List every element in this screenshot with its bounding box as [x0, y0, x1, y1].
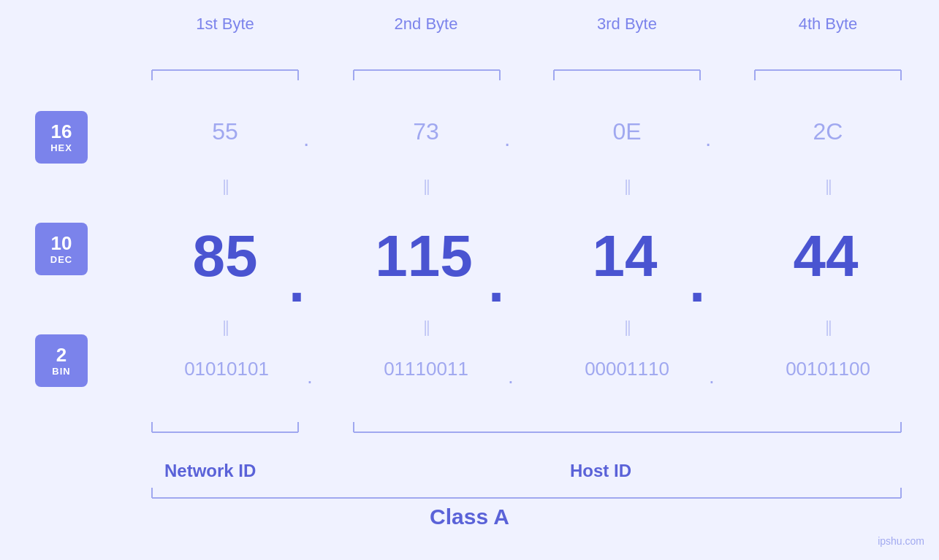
dot3-bin: .	[709, 365, 715, 388]
byte4-bin: 00101100	[715, 358, 939, 380]
byte3-bin: 00001110	[514, 358, 740, 380]
byte4-dec: 44	[716, 223, 935, 290]
hex-badge-number: 16	[51, 121, 72, 142]
col1-header: 1st Byte	[152, 15, 298, 34]
dot2-bin: .	[508, 365, 514, 388]
col4-header: 4th Byte	[755, 15, 901, 34]
byte2-hex: 73	[353, 118, 499, 145]
dot1-dec: .	[289, 248, 305, 315]
byte4-hex: 2C	[755, 118, 901, 145]
col2-header: 2nd Byte	[353, 15, 499, 34]
byte1-eq-top: ||	[152, 177, 298, 196]
byte3-hex: 0E	[554, 118, 700, 145]
dot2-dec: .	[488, 248, 504, 315]
dot1-hex: .	[303, 126, 309, 151]
byte4-eq-top: ||	[755, 177, 901, 196]
host-id-label: Host ID	[570, 461, 631, 481]
main-container: 1st Byte 2nd Byte 3rd Byte 4th Byte 16 H…	[0, 0, 939, 560]
dot3-dec: .	[689, 248, 705, 315]
dec-badge-label: DEC	[50, 254, 72, 265]
byte2-eq-bot: ||	[353, 318, 499, 337]
byte1-bin: 01010101	[113, 358, 340, 380]
bin-badge-number: 2	[56, 345, 66, 366]
byte3-eq-bot: ||	[554, 318, 700, 337]
hex-badge-label: HEX	[50, 142, 72, 153]
dot1-bin: .	[307, 365, 313, 388]
dec-badge: 10 DEC	[35, 223, 88, 275]
network-id-label: Network ID	[164, 461, 256, 481]
byte1-hex: 55	[152, 118, 298, 145]
byte1-eq-bot: ||	[152, 318, 298, 337]
dot2-hex: .	[504, 126, 510, 151]
byte2-eq-top: ||	[353, 177, 499, 196]
byte2-bin: 01110011	[313, 358, 539, 380]
watermark: ipshu.com	[878, 535, 924, 547]
byte4-eq-bot: ||	[755, 318, 901, 337]
byte3-eq-top: ||	[554, 177, 700, 196]
bin-badge: 2 BIN	[35, 334, 88, 387]
hex-badge: 16 HEX	[35, 111, 88, 164]
dot3-hex: .	[705, 126, 711, 151]
dec-badge-number: 10	[51, 233, 72, 254]
col3-header: 3rd Byte	[554, 15, 700, 34]
bin-badge-label: BIN	[52, 366, 70, 377]
class-label: Class A	[0, 505, 939, 529]
